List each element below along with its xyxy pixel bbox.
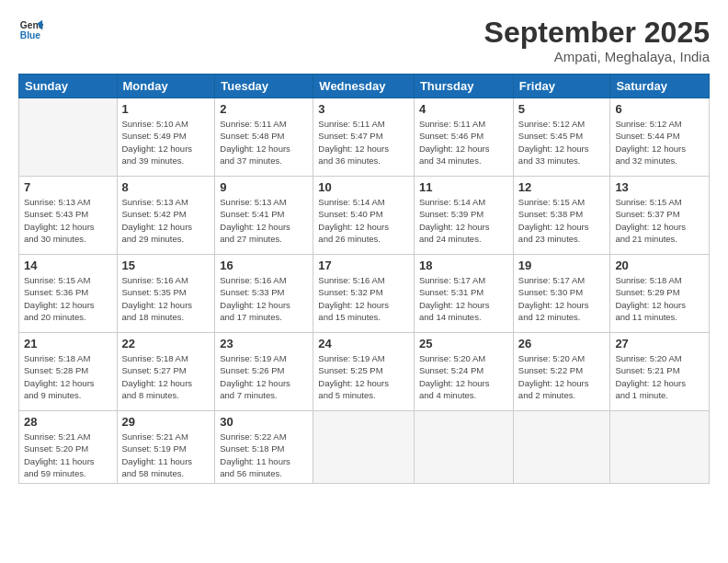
col-sunday: Sunday bbox=[19, 75, 118, 98]
table-cell: 2Sunrise: 5:11 AMSunset: 5:48 PMDaylight… bbox=[215, 98, 313, 177]
day-info: Sunrise: 5:16 AMSunset: 5:32 PMDaylight:… bbox=[318, 274, 409, 323]
day-number: 29 bbox=[122, 415, 210, 429]
week-row-3: 14Sunrise: 5:15 AMSunset: 5:36 PMDayligh… bbox=[19, 255, 710, 333]
table-cell: 3Sunrise: 5:11 AMSunset: 5:47 PMDaylight… bbox=[313, 98, 415, 177]
day-number: 25 bbox=[419, 337, 508, 350]
table-cell: 8Sunrise: 5:13 AMSunset: 5:42 PMDaylight… bbox=[117, 177, 215, 255]
col-thursday: Thursday bbox=[414, 75, 513, 98]
week-row-2: 7Sunrise: 5:13 AMSunset: 5:43 PMDaylight… bbox=[19, 177, 710, 255]
table-cell: 30Sunrise: 5:22 AMSunset: 5:18 PMDayligh… bbox=[215, 411, 313, 484]
day-number: 4 bbox=[419, 102, 508, 116]
table-cell bbox=[19, 98, 118, 177]
header: General Blue September 2025 Ampati, Megh… bbox=[18, 17, 710, 64]
day-number: 21 bbox=[24, 337, 112, 350]
table-cell: 26Sunrise: 5:20 AMSunset: 5:22 PMDayligh… bbox=[513, 333, 610, 411]
table-cell: 16Sunrise: 5:16 AMSunset: 5:33 PMDayligh… bbox=[215, 255, 313, 333]
day-number: 18 bbox=[419, 259, 508, 272]
day-info: Sunrise: 5:16 AMSunset: 5:35 PMDaylight:… bbox=[122, 274, 210, 323]
table-cell bbox=[313, 411, 415, 484]
day-number: 2 bbox=[220, 102, 308, 116]
day-info: Sunrise: 5:12 AMSunset: 5:44 PMDaylight:… bbox=[615, 118, 704, 167]
day-info: Sunrise: 5:20 AMSunset: 5:21 PMDaylight:… bbox=[615, 352, 704, 401]
day-info: Sunrise: 5:20 AMSunset: 5:22 PMDaylight:… bbox=[518, 352, 606, 401]
day-info: Sunrise: 5:15 AMSunset: 5:36 PMDaylight:… bbox=[24, 274, 112, 323]
day-number: 7 bbox=[24, 180, 112, 194]
day-number: 14 bbox=[24, 259, 112, 272]
table-cell: 5Sunrise: 5:12 AMSunset: 5:45 PMDaylight… bbox=[513, 98, 610, 177]
day-info: Sunrise: 5:12 AMSunset: 5:45 PMDaylight:… bbox=[518, 118, 606, 167]
day-info: Sunrise: 5:15 AMSunset: 5:38 PMDaylight:… bbox=[518, 196, 606, 245]
day-number: 11 bbox=[419, 180, 508, 194]
day-info: Sunrise: 5:14 AMSunset: 5:39 PMDaylight:… bbox=[419, 196, 508, 245]
day-number: 30 bbox=[220, 415, 308, 429]
day-number: 6 bbox=[615, 102, 704, 116]
day-info: Sunrise: 5:21 AMSunset: 5:19 PMDaylight:… bbox=[122, 431, 210, 479]
col-friday: Friday bbox=[513, 75, 610, 98]
day-number: 20 bbox=[615, 259, 704, 272]
col-tuesday: Tuesday bbox=[215, 75, 313, 98]
table-cell: 6Sunrise: 5:12 AMSunset: 5:44 PMDaylight… bbox=[610, 98, 710, 177]
title-block: September 2025 Ampati, Meghalaya, India bbox=[484, 17, 710, 64]
logo-icon: General Blue bbox=[18, 17, 44, 42]
day-info: Sunrise: 5:19 AMSunset: 5:25 PMDaylight:… bbox=[318, 352, 409, 401]
day-number: 9 bbox=[220, 180, 308, 194]
day-info: Sunrise: 5:15 AMSunset: 5:37 PMDaylight:… bbox=[615, 196, 704, 245]
table-cell bbox=[610, 411, 710, 484]
table-cell bbox=[513, 411, 610, 484]
page: General Blue September 2025 Ampati, Megh… bbox=[0, 0, 728, 563]
header-row: Sunday Monday Tuesday Wednesday Thursday… bbox=[19, 75, 710, 98]
day-number: 3 bbox=[318, 102, 409, 116]
table-cell: 7Sunrise: 5:13 AMSunset: 5:43 PMDaylight… bbox=[19, 177, 118, 255]
day-info: Sunrise: 5:16 AMSunset: 5:33 PMDaylight:… bbox=[220, 274, 308, 323]
day-number: 27 bbox=[615, 337, 704, 350]
day-info: Sunrise: 5:11 AMSunset: 5:46 PMDaylight:… bbox=[419, 118, 508, 167]
day-info: Sunrise: 5:10 AMSunset: 5:49 PMDaylight:… bbox=[122, 118, 210, 167]
day-number: 8 bbox=[122, 180, 210, 194]
day-number: 22 bbox=[122, 337, 210, 350]
day-number: 28 bbox=[24, 415, 112, 429]
table-cell: 24Sunrise: 5:19 AMSunset: 5:25 PMDayligh… bbox=[313, 333, 415, 411]
table-cell: 18Sunrise: 5:17 AMSunset: 5:31 PMDayligh… bbox=[414, 255, 513, 333]
table-cell: 12Sunrise: 5:15 AMSunset: 5:38 PMDayligh… bbox=[513, 177, 610, 255]
calendar-table: Sunday Monday Tuesday Wednesday Thursday… bbox=[18, 74, 710, 484]
table-cell: 17Sunrise: 5:16 AMSunset: 5:32 PMDayligh… bbox=[313, 255, 415, 333]
table-cell: 1Sunrise: 5:10 AMSunset: 5:49 PMDaylight… bbox=[117, 98, 215, 177]
table-cell: 4Sunrise: 5:11 AMSunset: 5:46 PMDaylight… bbox=[414, 98, 513, 177]
week-row-4: 21Sunrise: 5:18 AMSunset: 5:28 PMDayligh… bbox=[19, 333, 710, 411]
col-monday: Monday bbox=[117, 75, 215, 98]
day-info: Sunrise: 5:17 AMSunset: 5:31 PMDaylight:… bbox=[419, 274, 508, 323]
day-info: Sunrise: 5:22 AMSunset: 5:18 PMDaylight:… bbox=[220, 431, 308, 479]
location: Ampati, Meghalaya, India bbox=[484, 49, 710, 64]
day-info: Sunrise: 5:13 AMSunset: 5:42 PMDaylight:… bbox=[122, 196, 210, 245]
col-saturday: Saturday bbox=[610, 75, 710, 98]
day-info: Sunrise: 5:20 AMSunset: 5:24 PMDaylight:… bbox=[419, 352, 508, 401]
day-number: 12 bbox=[518, 180, 606, 194]
svg-text:Blue: Blue bbox=[20, 30, 41, 40]
day-info: Sunrise: 5:21 AMSunset: 5:20 PMDaylight:… bbox=[24, 431, 112, 479]
day-info: Sunrise: 5:19 AMSunset: 5:26 PMDaylight:… bbox=[220, 352, 308, 401]
logo: General Blue bbox=[18, 17, 44, 42]
table-cell: 21Sunrise: 5:18 AMSunset: 5:28 PMDayligh… bbox=[19, 333, 118, 411]
table-cell: 14Sunrise: 5:15 AMSunset: 5:36 PMDayligh… bbox=[19, 255, 118, 333]
day-info: Sunrise: 5:11 AMSunset: 5:47 PMDaylight:… bbox=[318, 118, 409, 167]
table-cell: 27Sunrise: 5:20 AMSunset: 5:21 PMDayligh… bbox=[610, 333, 710, 411]
day-number: 13 bbox=[615, 180, 704, 194]
day-number: 5 bbox=[518, 102, 606, 116]
col-wednesday: Wednesday bbox=[313, 75, 415, 98]
table-cell: 25Sunrise: 5:20 AMSunset: 5:24 PMDayligh… bbox=[414, 333, 513, 411]
day-number: 19 bbox=[518, 259, 606, 272]
table-cell bbox=[414, 411, 513, 484]
day-number: 24 bbox=[318, 337, 409, 350]
day-info: Sunrise: 5:18 AMSunset: 5:27 PMDaylight:… bbox=[122, 352, 210, 401]
day-info: Sunrise: 5:13 AMSunset: 5:41 PMDaylight:… bbox=[220, 196, 308, 245]
table-cell: 29Sunrise: 5:21 AMSunset: 5:19 PMDayligh… bbox=[117, 411, 215, 484]
table-cell: 15Sunrise: 5:16 AMSunset: 5:35 PMDayligh… bbox=[117, 255, 215, 333]
day-number: 1 bbox=[122, 102, 210, 116]
day-number: 16 bbox=[220, 259, 308, 272]
table-cell: 11Sunrise: 5:14 AMSunset: 5:39 PMDayligh… bbox=[414, 177, 513, 255]
table-cell: 19Sunrise: 5:17 AMSunset: 5:30 PMDayligh… bbox=[513, 255, 610, 333]
month-title: September 2025 bbox=[484, 17, 710, 49]
table-cell: 28Sunrise: 5:21 AMSunset: 5:20 PMDayligh… bbox=[19, 411, 118, 484]
day-number: 26 bbox=[518, 337, 606, 350]
day-number: 17 bbox=[318, 259, 409, 272]
